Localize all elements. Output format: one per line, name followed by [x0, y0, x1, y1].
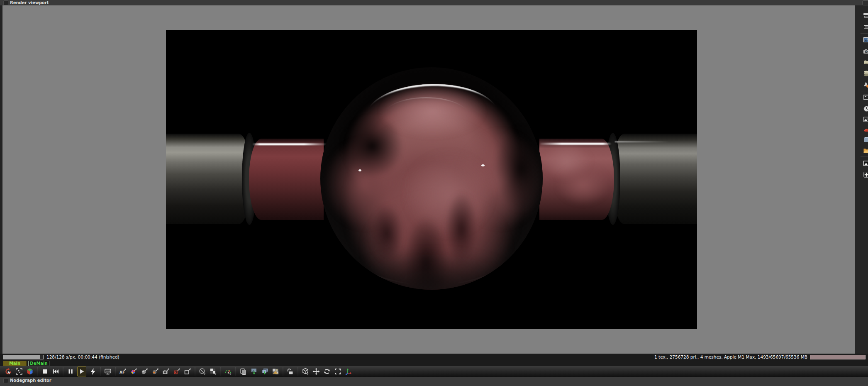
render-glass-tube-left: [249, 139, 324, 220]
framing-icon[interactable]: [863, 94, 868, 101]
render-progress-text: 128/128 s/px, 00:00:44 (finished): [46, 354, 119, 361]
fit-to-view-icon[interactable]: [334, 367, 342, 376]
restart-render-icon[interactable]: [51, 367, 60, 376]
set-background-image-icon[interactable]: [271, 367, 280, 376]
render-region-picker-icon[interactable]: [183, 367, 192, 376]
object-picker-icon[interactable]: [173, 367, 181, 376]
toolbar-separator: [115, 367, 116, 376]
tab-main[interactable]: Main: [3, 361, 27, 366]
bw-image-icon[interactable]: [863, 160, 868, 167]
render-viewport-titlebar: Render viewport: [0, 0, 868, 5]
render-layers-icon[interactable]: [863, 23, 868, 31]
light-icon[interactable]: [863, 81, 868, 88]
render-viewport-title: Render viewport: [10, 0, 49, 5]
file-folder-icon[interactable]: [863, 147, 868, 154]
render-glass-sphere: [320, 67, 543, 290]
render-progress-fill: [4, 355, 40, 359]
render-specular-tube-right: [540, 143, 612, 145]
stop-render-icon[interactable]: [41, 367, 49, 376]
node-stack-icon[interactable]: [863, 70, 868, 77]
collapse-panel-icon[interactable]: [3, 378, 8, 383]
autofocus-picker-icon[interactable]: AF: [119, 367, 127, 376]
render-specular-tube-left: [252, 143, 326, 145]
save-render-passes-icon[interactable]: [261, 367, 269, 376]
world-axes-icon[interactable]: [344, 367, 353, 376]
alpha-background-icon[interactable]: [209, 367, 217, 376]
memory-usage-bar: [810, 355, 866, 359]
render-viewport-canvas[interactable]: [2, 5, 855, 354]
status-bar: 128/128 s/px, 00:00:44 (finished) 1 tex.…: [0, 354, 868, 361]
copy-to-clipboard-icon[interactable]: [239, 367, 247, 376]
material-library-icon[interactable]: [863, 59, 868, 66]
render-stats-text: 1 tex., 2756728 pri., 4 meshes, Apple M1…: [654, 354, 807, 361]
camera-picker-icon[interactable]: [162, 367, 170, 376]
red-material-icon[interactable]: [863, 125, 868, 133]
render-metal-pipe-right: [612, 134, 697, 224]
toolbar-separator: [235, 367, 236, 376]
toolbar-separator: [100, 367, 101, 376]
save-image-icon[interactable]: [250, 367, 258, 376]
white-balance-picker-icon[interactable]: [129, 367, 138, 376]
toolbar-separator: [220, 367, 221, 376]
toolbar-separator: [283, 367, 283, 376]
animation-clock-icon[interactable]: [863, 105, 868, 112]
camera-icon[interactable]: [863, 47, 868, 55]
render-target-icon[interactable]: [863, 12, 868, 20]
fit-resolution-icon[interactable]: [15, 367, 23, 376]
render-metal-pipe-left: [166, 134, 251, 224]
render-specular-pipe-right: [615, 141, 669, 142]
collapse-panel-icon[interactable]: [3, 0, 8, 5]
render-progress-bar: [3, 355, 44, 359]
nodegraph-titlebar: Nodegraph editor: [0, 377, 868, 386]
orbit-tool-icon[interactable]: [323, 367, 331, 376]
image-adjustment-icon[interactable]: [863, 116, 868, 123]
focus-picker-icon[interactable]: [151, 367, 159, 376]
toolbar-separator: [37, 367, 38, 376]
star-effect-icon[interactable]: [863, 171, 868, 178]
texture-image-icon[interactable]: [863, 36, 868, 44]
object-box-icon[interactable]: [863, 136, 868, 143]
render-image[interactable]: [166, 30, 697, 329]
material-picker-icon[interactable]: [140, 367, 149, 376]
render-priority-gauge-icon[interactable]: [224, 367, 232, 376]
lock-viewport-icon[interactable]: [286, 367, 295, 376]
start-render-icon[interactable]: [77, 366, 86, 376]
tab-demain[interactable]: DeMain: [28, 361, 49, 366]
node-palette-sidebar: [855, 5, 868, 354]
recenter-view-icon[interactable]: [4, 367, 12, 376]
toolbar-separator: [297, 367, 298, 376]
toolbar-separator: [63, 367, 63, 376]
pause-render-icon[interactable]: [66, 367, 75, 376]
toolbar-separator: [195, 367, 195, 376]
clay-mode-icon[interactable]: [198, 367, 207, 376]
subsampling-display-icon[interactable]: [104, 367, 112, 376]
pan-tool-icon[interactable]: [312, 367, 320, 376]
render-glass-tube-right: [539, 139, 614, 220]
realtime-render-icon[interactable]: [89, 367, 97, 376]
camera-navigation-mode-icon[interactable]: [301, 367, 310, 376]
memory-usage-fill: [810, 355, 865, 359]
nodegraph-title: Nodegraph editor: [10, 378, 51, 383]
render-priority-cube-icon[interactable]: [26, 367, 34, 376]
render-target-tabs: Main DeMain: [0, 361, 868, 366]
viewport-toolbar: AF: [0, 366, 868, 377]
panel-corner-tab: [862, 0, 868, 5]
